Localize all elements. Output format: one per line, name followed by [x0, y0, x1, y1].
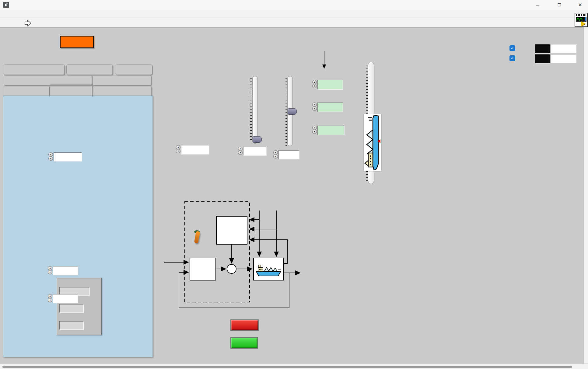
- current-slider-fill: [288, 114, 292, 145]
- toolbar: [0, 18, 588, 28]
- legend-value-r: [551, 44, 576, 53]
- wind-spinner[interactable]: ▲▼: [238, 147, 243, 155]
- menu-bar: [0, 10, 588, 18]
- force-waveform-chart: [379, 247, 575, 360]
- legend-sample-r[interactable]: [535, 44, 550, 53]
- tc-input[interactable]: [54, 152, 82, 161]
- gauge-spinner[interactable]: ▲▼: [176, 145, 180, 154]
- tab-coordinates-definitions[interactable]: [4, 75, 92, 85]
- wind-input[interactable]: [243, 147, 266, 155]
- dynpos-diagram: [152, 189, 323, 316]
- gamma-spinner[interactable]: ▲▼: [48, 294, 52, 303]
- vi-icon-scope: [576, 17, 584, 22]
- maximize-button[interactable]: [551, 0, 568, 10]
- vi-icon-strip: [576, 14, 586, 16]
- tab-wind-scale[interactable]: [66, 64, 113, 75]
- run-arrow-icon[interactable]: [24, 19, 32, 28]
- vertical-scrollbar[interactable]: [584, 27, 588, 364]
- plant-ship-box: [253, 258, 284, 280]
- horizontal-scrollbar-thumb[interactable]: [2, 366, 572, 368]
- wind-angle-gauge[interactable]: [164, 74, 228, 139]
- stop-button[interactable]: [230, 319, 259, 331]
- wind-slider-handle[interactable]: [253, 136, 262, 143]
- rbias-spinner[interactable]: ▲▼: [312, 80, 317, 89]
- pref-spinner[interactable]: ▲▼: [312, 126, 317, 134]
- legend-checkbox-r[interactable]: [509, 45, 515, 51]
- feedforward-contr-box: [216, 216, 247, 245]
- rbias-input[interactable]: [317, 80, 343, 89]
- aref-spinner[interactable]: ▲▼: [312, 103, 317, 111]
- labview-window: ▲▼ ▲▼ ▲▼ ▲▼ ▲▼: [0, 0, 588, 369]
- beta-input[interactable]: [53, 266, 78, 275]
- simview-button[interactable]: [60, 36, 94, 48]
- tab-process-params[interactable]: [4, 64, 65, 75]
- tab-sim-settings[interactable]: [4, 86, 49, 96]
- pid-cluster: [57, 278, 102, 335]
- pref-input[interactable]: [317, 126, 344, 135]
- ship-icon: [254, 258, 283, 280]
- minimize-button[interactable]: [529, 0, 546, 10]
- pid-settings-panel: ▲▼ ▲▼ ▲▼: [3, 96, 153, 357]
- pause-button[interactable]: [230, 337, 258, 349]
- ti-value: [59, 304, 84, 312]
- title-bar: [0, 0, 588, 10]
- tab-about[interactable]: [116, 64, 152, 75]
- posref-arrow-icon: [321, 50, 327, 71]
- gamma-input[interactable]: [53, 294, 78, 303]
- vi-icon: [575, 13, 588, 27]
- wind-slider-track[interactable]: [252, 76, 258, 144]
- current-input[interactable]: [278, 150, 299, 159]
- beta-spinner[interactable]: ▲▼: [48, 266, 52, 275]
- aref-input[interactable]: [317, 103, 343, 112]
- current-slider-handle[interactable]: [288, 108, 297, 115]
- position-waveform-chart: [379, 58, 581, 183]
- wind-slider-minor-ticks: [250, 78, 252, 140]
- feedforward-toggle[interactable]: [192, 230, 203, 247]
- tc-spinner[interactable]: ▲▼: [48, 152, 53, 161]
- tab-feedforward-contr[interactable]: [93, 86, 152, 96]
- vi-icon-arrow: [581, 21, 586, 26]
- vi-icon-bar: [584, 17, 586, 22]
- app-icon: [3, 2, 9, 8]
- gauge-input[interactable]: [181, 145, 209, 154]
- tab-math-model[interactable]: [92, 75, 151, 85]
- horizontal-scrollbar[interactable]: [0, 364, 588, 369]
- current-spinner[interactable]: ▲▼: [273, 150, 278, 159]
- td-value: [59, 321, 84, 329]
- close-button[interactable]: [571, 0, 588, 10]
- tab-pid-settings-active[interactable]: [50, 84, 92, 97]
- pid-contr-box: [190, 258, 216, 280]
